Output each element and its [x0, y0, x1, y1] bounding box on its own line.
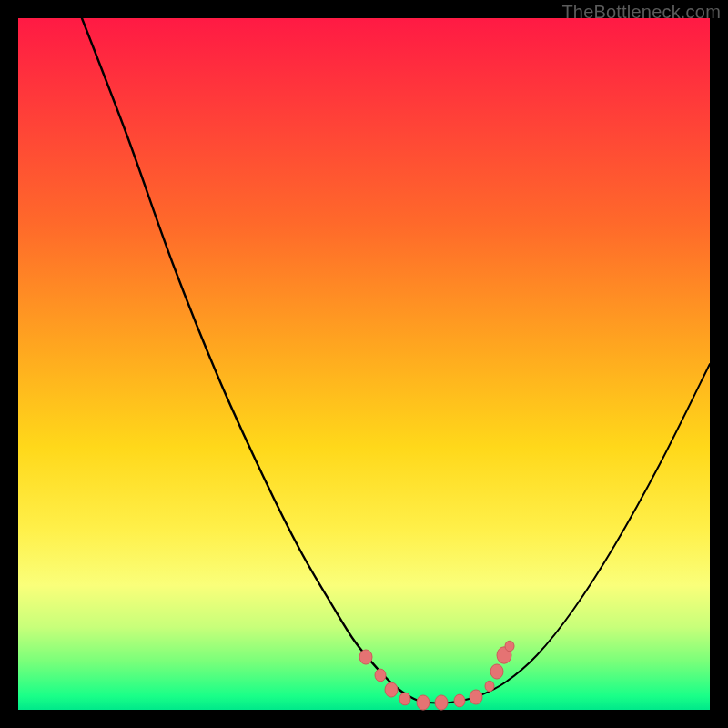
data-marker [435, 695, 448, 710]
data-marker [399, 693, 410, 705]
watermark-text: TheBottleneck.com [561, 2, 721, 23]
chart-frame: TheBottleneck.com [0, 0, 728, 728]
right-curve [428, 364, 710, 703]
chart-plot-area [18, 18, 710, 710]
data-marker [417, 695, 430, 710]
data-marker [470, 690, 482, 704]
left-curve [82, 18, 428, 703]
data-markers [359, 641, 514, 710]
data-marker [485, 681, 494, 692]
data-marker [359, 650, 372, 664]
data-marker [490, 664, 503, 679]
data-marker [385, 682, 398, 697]
chart-svg [18, 18, 710, 710]
data-marker [375, 669, 386, 682]
data-marker [454, 694, 465, 707]
data-marker [505, 641, 514, 652]
